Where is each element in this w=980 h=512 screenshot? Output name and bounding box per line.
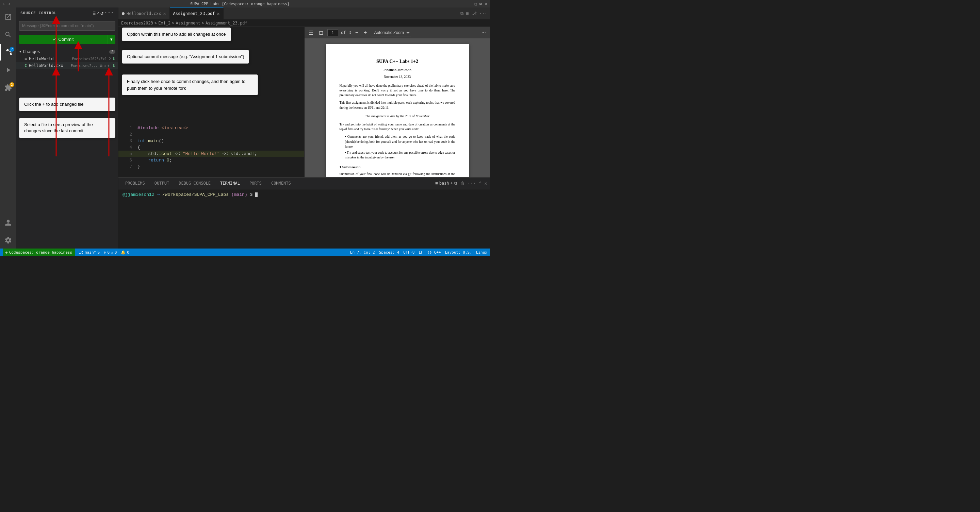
terminal-tab-comments[interactable]: COMMENTS	[267, 179, 295, 187]
bash-split-terminal[interactable]: ⧉	[454, 181, 457, 185]
terminal-maximize-icon[interactable]: ⌃	[479, 181, 482, 186]
statusbar-notifications[interactable]: 🔔 0	[121, 250, 129, 255]
tooltip-area: Click the + to add changed file Select a…	[16, 98, 118, 138]
file-open-changes-icon[interactable]: ⧉	[100, 63, 102, 68]
more-editor-options-icon[interactable]: ···	[479, 11, 487, 16]
nav-back-button[interactable]: ←	[3, 2, 5, 6]
commit-message-area	[19, 21, 115, 30]
settings-icon[interactable]	[0, 232, 16, 249]
pdf-content[interactable]: SUPA C++ Labs 1+2 Jonathan Jamieson Nove…	[305, 39, 490, 177]
commit-dropdown-button[interactable]: ▾	[107, 35, 115, 44]
pdf-page-input[interactable]	[327, 29, 338, 36]
statusbar-language[interactable]: {} C++	[427, 250, 441, 255]
changes-count-badge: 2	[109, 50, 115, 54]
sc-more-actions-button[interactable]: ···	[105, 10, 114, 16]
statusbar-line-ending[interactable]: LF	[418, 250, 423, 255]
sidebar-item-explorer[interactable]	[0, 9, 16, 25]
branch-icon: ⎇	[79, 250, 83, 255]
statusbar-errors[interactable]: ⊗ 0 ⚠ 0	[104, 250, 117, 255]
code-line-1: 1 #include <iostream>	[118, 125, 304, 131]
pdf-zoom-in-button[interactable]: +	[363, 29, 368, 36]
pdf-sidebar-toggle[interactable]: ☰	[307, 29, 315, 37]
statusbar-spaces[interactable]: Spaces: 4	[379, 250, 399, 255]
pdf-more-options[interactable]: ···	[480, 29, 487, 36]
statusbar-encoding[interactable]: UTF-8	[403, 250, 414, 255]
nav-forward-button[interactable]: →	[8, 2, 10, 6]
terminal-more-icon[interactable]: ···	[468, 181, 476, 186]
file-item-helloworld[interactable]: ≡ HelloWorld Exercises2023/Ex1_2 U	[16, 55, 118, 62]
breadcrumb-ex1[interactable]: Ex1_2	[158, 21, 170, 25]
file-discard-icon[interactable]: ↺	[104, 63, 106, 68]
editor-layout-icon[interactable]: ⊞	[466, 11, 469, 16]
statusbar-os[interactable]: Linux	[476, 250, 487, 255]
terminal-tab-actions: ⊞ bash + ⧉ 🗑 ··· ⌃ ✕	[435, 181, 487, 186]
account-icon[interactable]	[0, 214, 16, 231]
tab-helloworld-cxx-close[interactable]: ✕	[163, 11, 166, 16]
code-line-6: 6 return 0;	[118, 157, 304, 163]
breadcrumb-ex[interactable]: Exercises2023	[121, 21, 153, 25]
commit-message-input[interactable]	[19, 21, 115, 30]
pdf-section-1-text: Submission of your final code will be ha…	[340, 172, 455, 177]
code-panel: Option within this menu to add all chang…	[118, 27, 304, 177]
pdf-page-of: of	[341, 30, 346, 35]
pdf-zoom-fit-page[interactable]: ⊡	[318, 29, 325, 37]
tooltip-add-file-text: Click the + to add changed file	[24, 101, 84, 107]
terminal-tab-output[interactable]: OUTPUT	[150, 179, 173, 187]
breadcrumb-assignment[interactable]: Assignment	[176, 21, 200, 25]
breadcrumb-sep3: >	[202, 21, 204, 25]
file-type-icon: ≡	[24, 56, 27, 61]
window-close[interactable]: ✕	[485, 2, 487, 6]
sc-list-view-button[interactable]: ≡	[92, 10, 95, 16]
pdf-para-2: This first assignment is divided into mu…	[340, 100, 455, 110]
bash-icon: ⊞	[435, 181, 438, 185]
changes-header[interactable]: ▾ Changes 2	[16, 48, 118, 55]
file-stage-icon[interactable]: +	[107, 63, 110, 68]
terminal-tab-debug[interactable]: DEBUG CONSOLE	[175, 179, 215, 187]
changes-label: Changes	[23, 49, 40, 54]
tab-assignment-pdf[interactable]: Assignment_23.pdf ✕	[170, 8, 224, 19]
file-item-helloworld-cxx[interactable]: C HelloWorld.cxx Exercises2... ⧉ ↺ + U	[16, 62, 118, 69]
editor-toolbar: ⧉ ⊞ ⎇ ···	[458, 11, 490, 16]
split-editor-icon[interactable]: ⧉	[460, 11, 463, 16]
statusbar-layout[interactable]: Layout: U.S.	[445, 250, 472, 255]
breadcrumb-sep2: >	[172, 21, 174, 25]
tooltip-commit-msg: Optional commit message (e.g. "Assignmen…	[122, 50, 249, 63]
window-maximize[interactable]: □	[475, 2, 477, 6]
sidebar-item-extensions[interactable]: 2	[0, 79, 16, 96]
tab-helloworld-cxx-label: HelloWorld.cxx	[127, 11, 161, 16]
terminal-close-icon[interactable]: ✕	[485, 181, 487, 186]
statusbar-branch[interactable]: ⎇ main* ↻	[79, 250, 100, 255]
tab-assignment-pdf-close[interactable]: ✕	[217, 11, 220, 16]
terminal-tab-terminal[interactable]: TERMINAL	[216, 179, 244, 187]
chevron-right-icon: ▾	[19, 49, 21, 54]
tooltip-commit-btn: Finally click here once to commit change…	[122, 75, 258, 95]
sidebar-item-source-control[interactable]: 2	[0, 44, 16, 60]
git-icon[interactable]: ⎇	[472, 11, 477, 16]
commit-button[interactable]: ✓ Commit	[19, 35, 107, 44]
sidebar-item-search[interactable]	[0, 27, 16, 43]
statusbar-codespace[interactable]: ⊙ Codespaces: orange happiness	[3, 249, 75, 256]
terminal-tab-ports[interactable]: PORTS	[245, 179, 266, 187]
bash-add-terminal[interactable]: +	[450, 181, 453, 185]
file-name-helloworld-cxx: HelloWorld.cxx	[29, 63, 68, 68]
pdf-zoom-select[interactable]: Automatic Zoom 50% 75% 100%	[371, 29, 411, 36]
terminal-content[interactable]: @jjamieson12 → /workspaces/SUPA_CPP_Labs…	[118, 189, 490, 249]
notification-count: 0	[127, 250, 129, 255]
sc-refresh-button[interactable]: ↺	[100, 10, 103, 16]
terminal-tab-problems[interactable]: PROBLEMS	[121, 179, 149, 187]
pdf-zoom-out-button[interactable]: −	[354, 29, 360, 36]
statusbar-right: Ln 7, Col 2 Spaces: 4 UTF-8 LF {} C++ La…	[350, 250, 487, 255]
window-restore[interactable]: ⧉	[479, 2, 482, 6]
window-minimize[interactable]: −	[469, 2, 472, 6]
titlebar-title: SUPA_CPP_Labs [Codespaces: orange happin…	[10, 2, 469, 6]
tab-helloworld-cxx[interactable]: HelloWorld.cxx ✕	[118, 8, 170, 19]
kill-terminal-icon[interactable]: 🗑	[460, 181, 465, 186]
pdf-author: Jonathan Jamieson	[340, 67, 455, 73]
pdf-assignment-due: The assignment is due by the 25th of Nov…	[340, 114, 455, 119]
sidebar-item-run[interactable]	[0, 62, 16, 78]
sc-commit-all-button[interactable]: ✓	[97, 10, 100, 16]
chevron-down-icon: ▾	[110, 37, 113, 42]
tooltip-select-file-text: Select a file to see a preview of the ch…	[24, 122, 93, 133]
breadcrumb-file[interactable]: Assignment_23.pdf	[205, 21, 247, 25]
statusbar-ln-col[interactable]: Ln 7, Col 2	[350, 250, 375, 255]
